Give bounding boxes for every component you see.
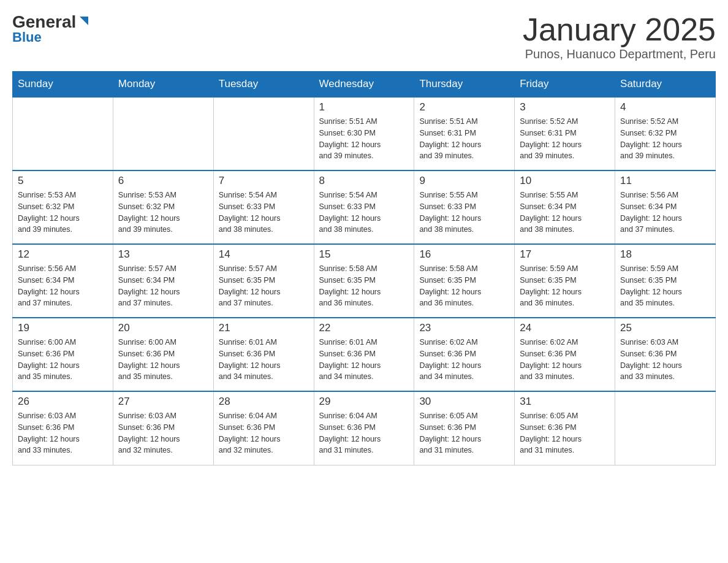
calendar-cell: 24Sunrise: 6:02 AMSunset: 6:36 PMDayligh… xyxy=(515,318,615,391)
day-info: Sunrise: 5:54 AMSunset: 6:33 PMDaylight:… xyxy=(219,190,309,236)
calendar-cell xyxy=(213,97,314,170)
calendar-cell: 11Sunrise: 5:56 AMSunset: 6:34 PMDayligh… xyxy=(615,170,716,244)
day-number: 26 xyxy=(18,396,108,408)
week-row: 1Sunrise: 5:51 AMSunset: 6:30 PMDaylight… xyxy=(13,97,716,170)
day-number: 27 xyxy=(118,396,208,408)
calendar-day-header: Wednesday xyxy=(314,72,414,98)
calendar-cell: 3Sunrise: 5:52 AMSunset: 6:31 PMDaylight… xyxy=(515,97,615,170)
page-title: January 2025 xyxy=(523,12,716,47)
calendar-cell: 12Sunrise: 5:56 AMSunset: 6:34 PMDayligh… xyxy=(13,244,113,318)
day-number: 29 xyxy=(319,396,409,408)
day-info: Sunrise: 5:56 AMSunset: 6:34 PMDaylight:… xyxy=(620,190,710,236)
day-number: 15 xyxy=(319,248,409,261)
calendar-cell: 10Sunrise: 5:55 AMSunset: 6:34 PMDayligh… xyxy=(515,170,615,244)
calendar-cell: 2Sunrise: 5:51 AMSunset: 6:31 PMDaylight… xyxy=(414,97,515,170)
day-info: Sunrise: 6:01 AMSunset: 6:36 PMDaylight:… xyxy=(219,337,309,383)
day-info: Sunrise: 6:03 AMSunset: 6:36 PMDaylight:… xyxy=(18,410,108,456)
day-number: 3 xyxy=(520,101,610,113)
day-number: 23 xyxy=(419,322,509,334)
calendar-cell: 22Sunrise: 6:01 AMSunset: 6:36 PMDayligh… xyxy=(314,318,414,391)
day-number: 6 xyxy=(118,175,208,187)
day-info: Sunrise: 5:59 AMSunset: 6:35 PMDaylight:… xyxy=(620,263,710,309)
day-info: Sunrise: 5:57 AMSunset: 6:34 PMDaylight:… xyxy=(118,263,208,309)
day-number: 17 xyxy=(520,248,610,261)
logo: General Blue xyxy=(12,12,91,45)
calendar-day-header: Saturday xyxy=(615,72,716,98)
day-info: Sunrise: 6:05 AMSunset: 6:36 PMDaylight:… xyxy=(419,410,509,456)
calendar-table: SundayMondayTuesdayWednesdayThursdayFrid… xyxy=(12,71,716,465)
day-number: 18 xyxy=(620,248,710,261)
calendar-cell: 14Sunrise: 5:57 AMSunset: 6:35 PMDayligh… xyxy=(213,244,314,318)
calendar-day-header: Friday xyxy=(515,72,615,98)
day-info: Sunrise: 6:00 AMSunset: 6:36 PMDaylight:… xyxy=(118,337,208,383)
day-number: 20 xyxy=(118,322,208,334)
day-info: Sunrise: 6:01 AMSunset: 6:36 PMDaylight:… xyxy=(319,337,409,383)
day-info: Sunrise: 6:00 AMSunset: 6:36 PMDaylight:… xyxy=(18,337,108,383)
day-number: 13 xyxy=(118,248,208,261)
calendar-cell: 4Sunrise: 5:52 AMSunset: 6:32 PMDaylight… xyxy=(615,97,716,170)
day-number: 19 xyxy=(18,322,108,334)
calendar-cell: 29Sunrise: 6:04 AMSunset: 6:36 PMDayligh… xyxy=(314,391,414,465)
day-info: Sunrise: 5:52 AMSunset: 6:32 PMDaylight:… xyxy=(620,116,710,162)
day-number: 7 xyxy=(219,175,309,187)
calendar-cell xyxy=(113,97,213,170)
day-info: Sunrise: 5:55 AMSunset: 6:33 PMDaylight:… xyxy=(419,190,509,236)
calendar-cell: 17Sunrise: 5:59 AMSunset: 6:35 PMDayligh… xyxy=(515,244,615,318)
calendar-cell: 15Sunrise: 5:58 AMSunset: 6:35 PMDayligh… xyxy=(314,244,414,318)
calendar-cell: 5Sunrise: 5:53 AMSunset: 6:32 PMDaylight… xyxy=(13,170,113,244)
day-info: Sunrise: 6:02 AMSunset: 6:36 PMDaylight:… xyxy=(520,337,610,383)
title-block: January 2025 Punos, Huanuco Department, … xyxy=(523,12,716,61)
day-number: 4 xyxy=(620,101,710,113)
calendar-day-header: Thursday xyxy=(414,72,515,98)
day-info: Sunrise: 5:57 AMSunset: 6:35 PMDaylight:… xyxy=(219,263,309,309)
calendar-cell: 6Sunrise: 5:53 AMSunset: 6:32 PMDaylight… xyxy=(113,170,213,244)
calendar-cell xyxy=(13,97,113,170)
calendar-header-row: SundayMondayTuesdayWednesdayThursdayFrid… xyxy=(13,72,716,98)
day-info: Sunrise: 5:51 AMSunset: 6:31 PMDaylight:… xyxy=(419,116,509,162)
calendar-cell: 19Sunrise: 6:00 AMSunset: 6:36 PMDayligh… xyxy=(13,318,113,391)
day-info: Sunrise: 5:53 AMSunset: 6:32 PMDaylight:… xyxy=(18,190,108,236)
calendar-cell: 27Sunrise: 6:03 AMSunset: 6:36 PMDayligh… xyxy=(113,391,213,465)
day-number: 9 xyxy=(419,175,509,187)
day-info: Sunrise: 5:58 AMSunset: 6:35 PMDaylight:… xyxy=(319,263,409,309)
calendar-cell: 25Sunrise: 6:03 AMSunset: 6:36 PMDayligh… xyxy=(615,318,716,391)
day-number: 28 xyxy=(219,396,309,408)
week-row: 26Sunrise: 6:03 AMSunset: 6:36 PMDayligh… xyxy=(13,391,716,465)
day-number: 11 xyxy=(620,175,710,187)
day-number: 1 xyxy=(319,101,409,113)
day-number: 10 xyxy=(520,175,610,187)
logo-triangle-icon xyxy=(77,14,91,28)
calendar-cell: 13Sunrise: 5:57 AMSunset: 6:34 PMDayligh… xyxy=(113,244,213,318)
calendar-day-header: Monday xyxy=(113,72,213,98)
calendar-cell: 1Sunrise: 5:51 AMSunset: 6:30 PMDaylight… xyxy=(314,97,414,170)
week-row: 12Sunrise: 5:56 AMSunset: 6:34 PMDayligh… xyxy=(13,244,716,318)
calendar-cell: 30Sunrise: 6:05 AMSunset: 6:36 PMDayligh… xyxy=(414,391,515,465)
calendar-cell: 18Sunrise: 5:59 AMSunset: 6:35 PMDayligh… xyxy=(615,244,716,318)
day-info: Sunrise: 5:56 AMSunset: 6:34 PMDaylight:… xyxy=(18,263,108,309)
calendar-cell: 7Sunrise: 5:54 AMSunset: 6:33 PMDaylight… xyxy=(213,170,314,244)
calendar-cell: 16Sunrise: 5:58 AMSunset: 6:35 PMDayligh… xyxy=(414,244,515,318)
calendar-cell: 28Sunrise: 6:04 AMSunset: 6:36 PMDayligh… xyxy=(213,391,314,465)
day-number: 16 xyxy=(419,248,509,261)
day-info: Sunrise: 5:54 AMSunset: 6:33 PMDaylight:… xyxy=(319,190,409,236)
day-info: Sunrise: 5:58 AMSunset: 6:35 PMDaylight:… xyxy=(419,263,509,309)
day-info: Sunrise: 5:55 AMSunset: 6:34 PMDaylight:… xyxy=(520,190,610,236)
calendar-cell: 21Sunrise: 6:01 AMSunset: 6:36 PMDayligh… xyxy=(213,318,314,391)
calendar-day-header: Sunday xyxy=(13,72,113,98)
day-info: Sunrise: 5:52 AMSunset: 6:31 PMDaylight:… xyxy=(520,116,610,162)
day-info: Sunrise: 6:05 AMSunset: 6:36 PMDaylight:… xyxy=(520,410,610,456)
week-row: 5Sunrise: 5:53 AMSunset: 6:32 PMDaylight… xyxy=(13,170,716,244)
calendar-cell: 26Sunrise: 6:03 AMSunset: 6:36 PMDayligh… xyxy=(13,391,113,465)
day-number: 22 xyxy=(319,322,409,334)
day-number: 12 xyxy=(18,248,108,261)
day-info: Sunrise: 6:02 AMSunset: 6:36 PMDaylight:… xyxy=(419,337,509,383)
svg-marker-0 xyxy=(80,17,88,25)
calendar-cell: 23Sunrise: 6:02 AMSunset: 6:36 PMDayligh… xyxy=(414,318,515,391)
calendar-day-header: Tuesday xyxy=(213,72,314,98)
page-header: General Blue January 2025 Punos, Huanuco… xyxy=(12,12,716,61)
calendar-cell: 8Sunrise: 5:54 AMSunset: 6:33 PMDaylight… xyxy=(314,170,414,244)
day-number: 31 xyxy=(520,396,610,408)
day-info: Sunrise: 6:04 AMSunset: 6:36 PMDaylight:… xyxy=(219,410,309,456)
day-number: 24 xyxy=(520,322,610,334)
day-number: 8 xyxy=(319,175,409,187)
